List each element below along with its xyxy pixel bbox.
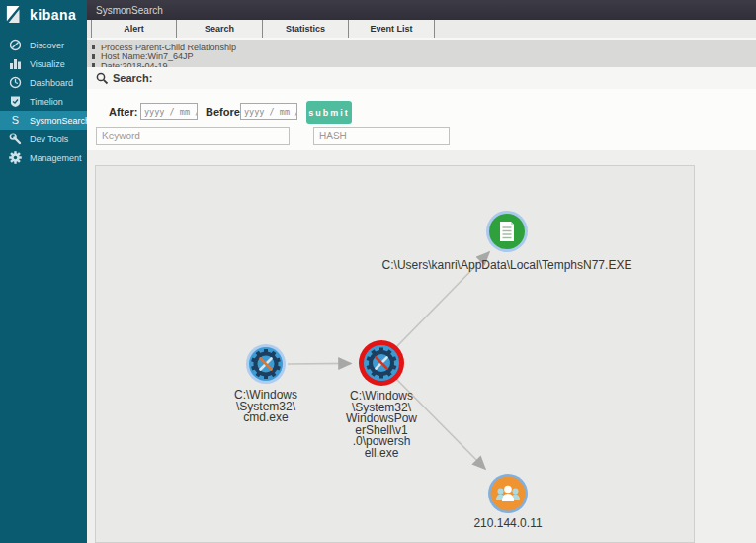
graph-label-powershell: C:\Windows \System32\ WindowsPow erShell…	[346, 391, 417, 460]
file-document-icon	[486, 211, 528, 252]
tabbar: Alert Search Statistics Event List	[87, 20, 756, 40]
edge-cmd-powershell	[288, 363, 351, 364]
sidebar-nav: Discover Visualize Dashboard Timelion	[0, 36, 87, 167]
sidebar-item-label: Discover	[30, 41, 64, 50]
search-icon	[96, 72, 109, 85]
dashboard-icon	[9, 76, 22, 89]
sidebar-item-discover[interactable]: Discover	[0, 36, 87, 54]
sidebar-item-sysmonsearch[interactable]: S SysmonSearch	[0, 111, 87, 130]
before-date-input[interactable]	[240, 103, 297, 120]
sidebar-item-devtools[interactable]: Dev Tools	[0, 130, 87, 148]
graph-label-file: C:\Users\kanri\AppData\Local\TemphsN77.E…	[382, 260, 632, 272]
sidebar-item-label: SysmonSearch	[30, 116, 90, 126]
wrench-icon	[9, 133, 22, 145]
process-gear-icon	[246, 344, 286, 384]
graph-node-cmd[interactable]	[246, 344, 286, 384]
kibana-logo[interactable]: kibana	[0, 0, 87, 30]
graph-label-cmd: C:\Windows \System32\ cmd.exe	[234, 390, 297, 424]
keyword-input[interactable]	[96, 127, 290, 145]
topbar: SysmonSearch	[87, 0, 756, 20]
sidebar-item-management[interactable]: Management	[0, 148, 87, 167]
graph-node-file[interactable]	[486, 211, 528, 252]
bullet-icon	[92, 45, 95, 49]
tab-search[interactable]: Search	[177, 20, 263, 38]
sidebar-item-label: Management	[30, 153, 82, 163]
sidebar: kibana Discover Visualize Dashboard	[0, 0, 87, 543]
result-info: Process Parent-Child Relationship Host N…	[87, 40, 756, 67]
submit-button[interactable]: submit	[306, 101, 352, 124]
hash-input[interactable]	[313, 127, 450, 145]
graph-node-powershell-alert[interactable]	[359, 340, 404, 386]
tab-event-list[interactable]: Event List	[349, 20, 435, 38]
sidebar-item-dashboard[interactable]: Dashboard	[0, 73, 87, 92]
kibana-logo-text: kibana	[30, 7, 76, 23]
topbar-title: SysmonSearch	[96, 5, 163, 16]
gear-icon	[9, 151, 22, 164]
graph-node-network[interactable]	[488, 474, 528, 513]
info-line-relationship: Process Parent-Child Relationship	[92, 43, 756, 51]
sidebar-item-label: Dev Tools	[30, 135, 68, 144]
graph-label-network: 210.144.0.11	[473, 518, 542, 530]
tab-alert[interactable]: Alert	[91, 20, 177, 38]
process-graph-canvas[interactable]: C:\Windows \System32\ cmd.exe	[95, 165, 695, 543]
after-label: After:	[109, 106, 137, 118]
kibana-logo-icon	[6, 6, 24, 24]
sysmonsearch-app: kibana Discover Visualize Dashboard	[0, 0, 756, 543]
sysmonsearch-icon: S	[9, 114, 22, 127]
sidebar-item-label: Timelion	[30, 97, 63, 107]
sidebar-item-label: Dashboard	[30, 78, 73, 88]
info-line-hostname: Host Name:Win7_64JP	[92, 52, 756, 61]
timelion-icon	[9, 95, 22, 108]
search-form: After: Before: submit	[87, 89, 756, 150]
sidebar-item-label: Visualize	[30, 59, 65, 69]
after-date-input[interactable]	[140, 103, 198, 120]
alert-process-gear-icon	[359, 340, 404, 386]
search-section-header: Search:	[87, 67, 756, 89]
bullet-icon	[92, 54, 95, 59]
discover-icon	[9, 39, 22, 51]
sidebar-item-visualize[interactable]: Visualize	[0, 54, 87, 73]
tab-statistics[interactable]: Statistics	[263, 20, 349, 38]
sidebar-item-timelion[interactable]: Timelion	[0, 92, 87, 111]
search-section-label: Search:	[113, 72, 152, 84]
network-users-icon	[488, 474, 528, 513]
visualize-icon	[9, 57, 22, 70]
before-label: Before:	[206, 106, 244, 118]
